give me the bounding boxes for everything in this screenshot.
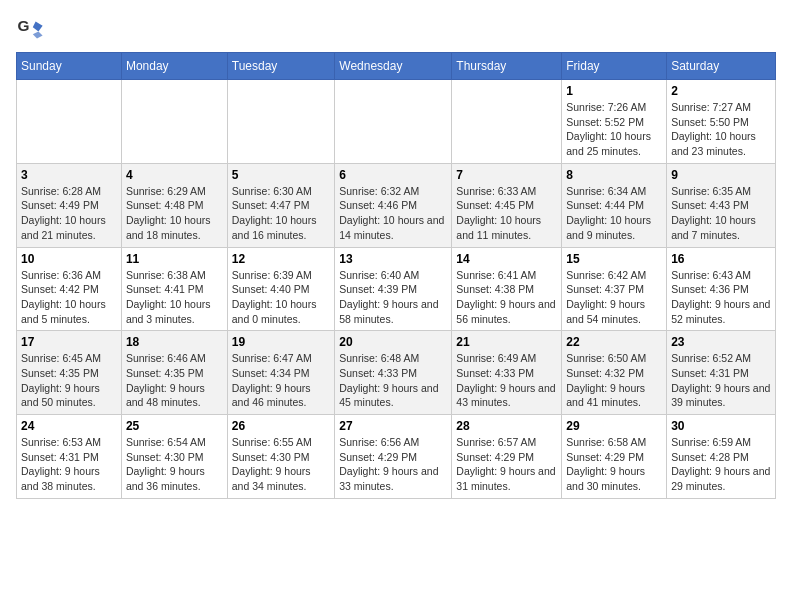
day-number: 26: [232, 419, 330, 433]
day-number: 4: [126, 168, 223, 182]
calendar-cell: 14Sunrise: 6:41 AMSunset: 4:38 PMDayligh…: [452, 247, 562, 331]
svg-marker-1: [33, 22, 43, 32]
calendar-cell: 3Sunrise: 6:28 AMSunset: 4:49 PMDaylight…: [17, 163, 122, 247]
day-number: 1: [566, 84, 662, 98]
calendar-cell: 18Sunrise: 6:46 AMSunset: 4:35 PMDayligh…: [121, 331, 227, 415]
day-number: 22: [566, 335, 662, 349]
calendar-cell: 29Sunrise: 6:58 AMSunset: 4:29 PMDayligh…: [562, 415, 667, 499]
day-info: Sunrise: 6:45 AMSunset: 4:35 PMDaylight:…: [21, 351, 117, 410]
calendar-cell: 27Sunrise: 6:56 AMSunset: 4:29 PMDayligh…: [335, 415, 452, 499]
day-info: Sunrise: 6:58 AMSunset: 4:29 PMDaylight:…: [566, 435, 662, 494]
day-number: 5: [232, 168, 330, 182]
day-number: 16: [671, 252, 771, 266]
weekday-header-tuesday: Tuesday: [227, 53, 334, 80]
calendar-cell: 16Sunrise: 6:43 AMSunset: 4:36 PMDayligh…: [667, 247, 776, 331]
day-number: 30: [671, 419, 771, 433]
day-info: Sunrise: 6:29 AMSunset: 4:48 PMDaylight:…: [126, 184, 223, 243]
day-number: 29: [566, 419, 662, 433]
calendar-cell: 15Sunrise: 6:42 AMSunset: 4:37 PMDayligh…: [562, 247, 667, 331]
day-number: 11: [126, 252, 223, 266]
calendar-cell: 26Sunrise: 6:55 AMSunset: 4:30 PMDayligh…: [227, 415, 334, 499]
weekday-header-sunday: Sunday: [17, 53, 122, 80]
day-info: Sunrise: 6:39 AMSunset: 4:40 PMDaylight:…: [232, 268, 330, 327]
day-info: Sunrise: 6:38 AMSunset: 4:41 PMDaylight:…: [126, 268, 223, 327]
day-info: Sunrise: 6:59 AMSunset: 4:28 PMDaylight:…: [671, 435, 771, 494]
calendar-cell: 11Sunrise: 6:38 AMSunset: 4:41 PMDayligh…: [121, 247, 227, 331]
day-info: Sunrise: 6:35 AMSunset: 4:43 PMDaylight:…: [671, 184, 771, 243]
day-number: 12: [232, 252, 330, 266]
calendar-cell: 30Sunrise: 6:59 AMSunset: 4:28 PMDayligh…: [667, 415, 776, 499]
day-info: Sunrise: 6:54 AMSunset: 4:30 PMDaylight:…: [126, 435, 223, 494]
day-info: Sunrise: 6:34 AMSunset: 4:44 PMDaylight:…: [566, 184, 662, 243]
day-number: 25: [126, 419, 223, 433]
calendar-table: SundayMondayTuesdayWednesdayThursdayFrid…: [16, 52, 776, 499]
day-info: Sunrise: 6:36 AMSunset: 4:42 PMDaylight:…: [21, 268, 117, 327]
day-info: Sunrise: 6:48 AMSunset: 4:33 PMDaylight:…: [339, 351, 447, 410]
page-header: G: [16, 16, 776, 44]
calendar-cell: 20Sunrise: 6:48 AMSunset: 4:33 PMDayligh…: [335, 331, 452, 415]
calendar-cell: [121, 80, 227, 164]
calendar-cell: 19Sunrise: 6:47 AMSunset: 4:34 PMDayligh…: [227, 331, 334, 415]
day-number: 3: [21, 168, 117, 182]
day-info: Sunrise: 6:40 AMSunset: 4:39 PMDaylight:…: [339, 268, 447, 327]
day-info: Sunrise: 6:42 AMSunset: 4:37 PMDaylight:…: [566, 268, 662, 327]
day-info: Sunrise: 6:56 AMSunset: 4:29 PMDaylight:…: [339, 435, 447, 494]
calendar-cell: 2Sunrise: 7:27 AMSunset: 5:50 PMDaylight…: [667, 80, 776, 164]
day-number: 28: [456, 419, 557, 433]
day-info: Sunrise: 7:26 AMSunset: 5:52 PMDaylight:…: [566, 100, 662, 159]
calendar-week-5: 24Sunrise: 6:53 AMSunset: 4:31 PMDayligh…: [17, 415, 776, 499]
day-number: 2: [671, 84, 771, 98]
calendar-cell: 7Sunrise: 6:33 AMSunset: 4:45 PMDaylight…: [452, 163, 562, 247]
day-info: Sunrise: 6:41 AMSunset: 4:38 PMDaylight:…: [456, 268, 557, 327]
calendar-cell: [452, 80, 562, 164]
calendar-week-3: 10Sunrise: 6:36 AMSunset: 4:42 PMDayligh…: [17, 247, 776, 331]
day-info: Sunrise: 6:50 AMSunset: 4:32 PMDaylight:…: [566, 351, 662, 410]
svg-marker-2: [33, 31, 43, 38]
logo-icon: G: [16, 16, 44, 44]
calendar-cell: 9Sunrise: 6:35 AMSunset: 4:43 PMDaylight…: [667, 163, 776, 247]
day-number: 17: [21, 335, 117, 349]
logo: G: [16, 16, 48, 44]
day-info: Sunrise: 6:28 AMSunset: 4:49 PMDaylight:…: [21, 184, 117, 243]
day-info: Sunrise: 6:47 AMSunset: 4:34 PMDaylight:…: [232, 351, 330, 410]
day-number: 21: [456, 335, 557, 349]
calendar-cell: 25Sunrise: 6:54 AMSunset: 4:30 PMDayligh…: [121, 415, 227, 499]
day-number: 13: [339, 252, 447, 266]
weekday-header-monday: Monday: [121, 53, 227, 80]
day-number: 10: [21, 252, 117, 266]
day-number: 14: [456, 252, 557, 266]
calendar-cell: 28Sunrise: 6:57 AMSunset: 4:29 PMDayligh…: [452, 415, 562, 499]
day-info: Sunrise: 6:32 AMSunset: 4:46 PMDaylight:…: [339, 184, 447, 243]
svg-text:G: G: [17, 17, 29, 34]
day-number: 7: [456, 168, 557, 182]
weekday-header-friday: Friday: [562, 53, 667, 80]
calendar-week-2: 3Sunrise: 6:28 AMSunset: 4:49 PMDaylight…: [17, 163, 776, 247]
weekday-header-saturday: Saturday: [667, 53, 776, 80]
calendar-cell: 6Sunrise: 6:32 AMSunset: 4:46 PMDaylight…: [335, 163, 452, 247]
day-info: Sunrise: 7:27 AMSunset: 5:50 PMDaylight:…: [671, 100, 771, 159]
calendar-cell: 24Sunrise: 6:53 AMSunset: 4:31 PMDayligh…: [17, 415, 122, 499]
calendar-cell: [17, 80, 122, 164]
day-number: 8: [566, 168, 662, 182]
day-info: Sunrise: 6:46 AMSunset: 4:35 PMDaylight:…: [126, 351, 223, 410]
day-info: Sunrise: 6:53 AMSunset: 4:31 PMDaylight:…: [21, 435, 117, 494]
calendar-cell: 12Sunrise: 6:39 AMSunset: 4:40 PMDayligh…: [227, 247, 334, 331]
calendar-cell: 21Sunrise: 6:49 AMSunset: 4:33 PMDayligh…: [452, 331, 562, 415]
day-number: 23: [671, 335, 771, 349]
calendar-cell: 17Sunrise: 6:45 AMSunset: 4:35 PMDayligh…: [17, 331, 122, 415]
calendar-cell: 8Sunrise: 6:34 AMSunset: 4:44 PMDaylight…: [562, 163, 667, 247]
day-number: 9: [671, 168, 771, 182]
day-info: Sunrise: 6:30 AMSunset: 4:47 PMDaylight:…: [232, 184, 330, 243]
day-number: 15: [566, 252, 662, 266]
calendar-cell: 22Sunrise: 6:50 AMSunset: 4:32 PMDayligh…: [562, 331, 667, 415]
calendar-cell: 4Sunrise: 6:29 AMSunset: 4:48 PMDaylight…: [121, 163, 227, 247]
day-info: Sunrise: 6:49 AMSunset: 4:33 PMDaylight:…: [456, 351, 557, 410]
calendar-week-1: 1Sunrise: 7:26 AMSunset: 5:52 PMDaylight…: [17, 80, 776, 164]
calendar-cell: 1Sunrise: 7:26 AMSunset: 5:52 PMDaylight…: [562, 80, 667, 164]
calendar-week-4: 17Sunrise: 6:45 AMSunset: 4:35 PMDayligh…: [17, 331, 776, 415]
weekday-header-thursday: Thursday: [452, 53, 562, 80]
calendar-cell: 5Sunrise: 6:30 AMSunset: 4:47 PMDaylight…: [227, 163, 334, 247]
calendar-cell: 13Sunrise: 6:40 AMSunset: 4:39 PMDayligh…: [335, 247, 452, 331]
day-number: 18: [126, 335, 223, 349]
calendar-cell: [227, 80, 334, 164]
